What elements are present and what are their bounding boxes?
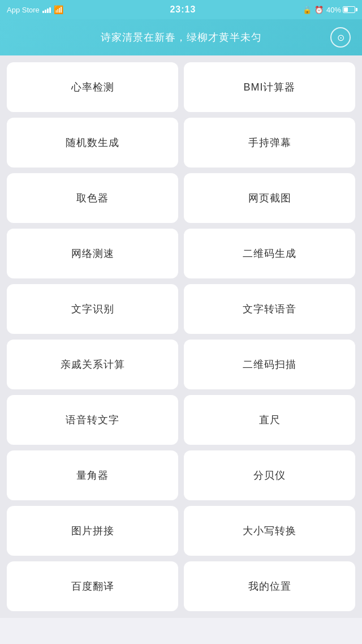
- battery-percent: 40%: [326, 6, 341, 14]
- settings-icon: ⊙: [337, 32, 344, 43]
- grid-item-label-ocr: 文字识别: [71, 302, 114, 316]
- grid-item-case-convert[interactable]: 大小写转换: [184, 506, 355, 556]
- grid-item-label-decibel: 分贝仪: [253, 469, 286, 482]
- grid-item-ruler[interactable]: 直尺: [184, 395, 355, 445]
- grid-item-network-speed[interactable]: 网络测速: [7, 229, 178, 278]
- grid-item-label-my-location: 我的位置: [248, 579, 291, 593]
- grid-item-label-heart-rate: 心率检测: [71, 80, 114, 94]
- status-time: 23:13: [170, 5, 196, 15]
- grid-item-qr-generate[interactable]: 二维码生成: [184, 229, 355, 278]
- grid-item-ocr[interactable]: 文字识别: [7, 284, 178, 334]
- grid-item-label-webpage-screenshot: 网页截图: [248, 191, 291, 205]
- app-store-label: App Store: [7, 6, 40, 14]
- alarm-icon: ⏰: [314, 6, 324, 14]
- grid-item-bmi[interactable]: BMI计算器: [184, 62, 355, 112]
- grid-item-decibel[interactable]: 分贝仪: [184, 450, 355, 500]
- grid-item-color-picker[interactable]: 取色器: [7, 173, 178, 223]
- signal-bar-1: [42, 11, 44, 13]
- battery-fill: [344, 7, 348, 12]
- grid-item-protractor[interactable]: 量角器: [7, 450, 178, 500]
- header: 诗家清景在新春，绿柳才黄半未匀 ⊙: [0, 19, 362, 55]
- signal-bars: [42, 6, 51, 13]
- settings-button[interactable]: ⊙: [330, 27, 351, 48]
- grid-item-label-ruler: 直尺: [259, 413, 281, 427]
- grid-item-label-color-picker: 取色器: [76, 191, 109, 205]
- grid-item-qr-scan[interactable]: 二维码扫描: [184, 340, 355, 389]
- grid-item-speech-to-text[interactable]: 语音转文字: [7, 395, 178, 445]
- lock-icon: 🔒: [303, 6, 312, 14]
- status-right: 🔒 ⏰ 40%: [303, 6, 355, 14]
- grid-item-webpage-screenshot[interactable]: 网页截图: [184, 173, 355, 223]
- grid-item-kinship[interactable]: 亲戚关系计算: [7, 340, 178, 389]
- grid-item-label-speech-to-text: 语音转文字: [66, 413, 119, 427]
- grid-item-text-to-speech[interactable]: 文字转语音: [184, 284, 355, 334]
- grid-item-danmu[interactable]: 手持弹幕: [184, 118, 355, 168]
- status-bar: App Store 📶 23:13 🔒 ⏰ 40%: [0, 0, 362, 19]
- battery-wrapper: 40%: [326, 6, 355, 14]
- signal-bar-4: [49, 7, 51, 13]
- grid-container: 心率检测BMI计算器随机数生成手持弹幕取色器网页截图网络测速二维码生成文字识别文…: [0, 55, 362, 618]
- grid-item-label-random-number: 随机数生成: [66, 136, 119, 149]
- signal-bar-3: [47, 8, 49, 13]
- status-left: App Store 📶: [7, 5, 63, 14]
- signal-bar-2: [45, 10, 46, 13]
- grid-item-label-danmu: 手持弹幕: [248, 136, 291, 149]
- grid-item-label-bmi: BMI计算器: [243, 80, 295, 94]
- grid-item-heart-rate[interactable]: 心率检测: [7, 62, 178, 112]
- grid-item-label-baidu-translate: 百度翻译: [71, 579, 114, 593]
- grid-item-baidu-translate[interactable]: 百度翻译: [7, 561, 178, 611]
- grid-item-random-number[interactable]: 随机数生成: [7, 118, 178, 168]
- grid-item-label-case-convert: 大小写转换: [243, 524, 296, 538]
- grid-item-my-location[interactable]: 我的位置: [184, 561, 355, 611]
- grid-item-label-kinship: 亲戚关系计算: [61, 358, 125, 371]
- grid-item-label-qr-generate: 二维码生成: [243, 247, 296, 260]
- grid-item-label-protractor: 量角器: [76, 469, 109, 482]
- grid-item-photo-collage[interactable]: 图片拼接: [7, 506, 178, 556]
- battery-icon: [343, 6, 355, 13]
- wifi-icon: 📶: [54, 5, 63, 14]
- grid-item-label-photo-collage: 图片拼接: [71, 524, 114, 538]
- grid-item-label-qr-scan: 二维码扫描: [243, 358, 296, 371]
- grid-item-label-network-speed: 网络测速: [71, 247, 114, 260]
- grid-item-label-text-to-speech: 文字转语音: [243, 302, 296, 316]
- header-title: 诗家清景在新春，绿柳才黄半未匀: [32, 31, 330, 44]
